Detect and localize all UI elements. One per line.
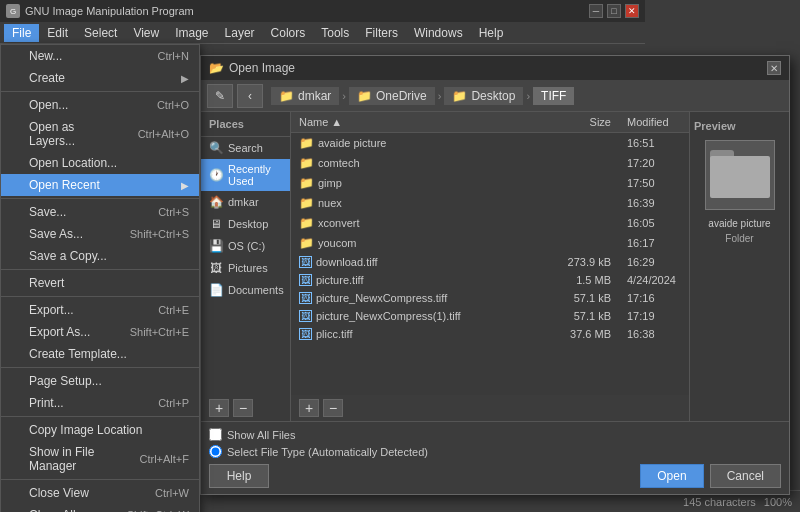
dropdown-item-open[interactable]: Open...Ctrl+O (1, 94, 199, 116)
places-header: Places (201, 112, 290, 137)
status-chars: 145 characters (683, 496, 756, 508)
file-modified-cell-comtech: 17:20 (619, 157, 689, 169)
menu-item-colors[interactable]: Colors (263, 24, 314, 42)
file-item-picture-newx1[interactable]: 🖼picture_NewxCompress(1).tiff57.1 kB17:1… (291, 307, 689, 325)
place-item-documents[interactable]: 📄Documents (201, 279, 290, 301)
select-file-type-row: Select File Type (Automatically Detected… (209, 445, 781, 458)
file-item-gimp[interactable]: 📁gimp17:50 (291, 173, 689, 193)
place-item-desktop[interactable]: 🖥Desktop (201, 213, 290, 235)
dropdown-item-save[interactable]: Save...Ctrl+S (1, 201, 199, 223)
separator-after-save-copy (1, 269, 199, 270)
dropdown-item-save-copy[interactable]: Save a Copy... (1, 245, 199, 267)
menu-item-image[interactable]: Image (167, 24, 216, 42)
open-button[interactable]: Open (640, 464, 703, 488)
menu-item-select[interactable]: Select (76, 24, 125, 42)
menu-item-tools[interactable]: Tools (313, 24, 357, 42)
file-modified-cell-youcom: 16:17 (619, 237, 689, 249)
breadcrumb-text-3: TIFF (541, 89, 566, 103)
title-bar-left: G GNU Image Manipulation Program (6, 4, 194, 18)
remove-place-button[interactable]: − (323, 399, 343, 417)
maximize-button[interactable]: □ (607, 4, 621, 18)
place-item-pictures[interactable]: 🖼Pictures (201, 257, 290, 279)
file-name-text-plicc-tiff: plicc.tiff (316, 328, 352, 340)
breadcrumb-item-onedrive[interactable]: 📁OneDrive (349, 87, 435, 105)
breadcrumb: 📁dmkar›📁OneDrive›📁Desktop›TIFF (271, 87, 574, 105)
dropdown-item-open-recent[interactable]: Open Recent▶ (1, 174, 199, 196)
menu-item-filters[interactable]: Filters (357, 24, 406, 42)
menu-item-help[interactable]: Help (471, 24, 512, 42)
file-name-text-picture-newx: picture_NewxCompress.tiff (316, 292, 447, 304)
dropdown-item-open-as-layers[interactable]: Open as Layers...Ctrl+Alt+O (1, 116, 199, 152)
dropdown-item-page-setup[interactable]: Page Setup... (1, 370, 199, 392)
minimize-button[interactable]: ─ (589, 4, 603, 18)
new-shortcut: Ctrl+N (158, 50, 189, 62)
file-item-avaide-picture[interactable]: 📁avaide picture16:51 (291, 133, 689, 153)
file-name-text-download-tiff: download.tiff (316, 256, 378, 268)
separator-after-revert (1, 296, 199, 297)
open-image-dialog: 📂 Open Image ✕ ✎ ‹ 📁dmkar›📁OneDrive›📁Des… (200, 55, 790, 495)
file-type-radio[interactable] (209, 445, 222, 458)
place-item-dmkar[interactable]: 🏠dmkar (201, 191, 290, 213)
file-item-comtech[interactable]: 📁comtech17:20 (291, 153, 689, 173)
page-setup-label: Page Setup... (29, 374, 102, 388)
places-add-button[interactable]: + (209, 399, 229, 417)
file-item-download-tiff[interactable]: 🖼download.tiff273.9 kB16:29 (291, 253, 689, 271)
place-label-documents: Documents (228, 284, 284, 296)
menu-item-edit[interactable]: Edit (39, 24, 76, 42)
place-item-recently-used[interactable]: 🕐Recently Used (201, 159, 290, 191)
file-item-nuex[interactable]: 📁nuex16:39 (291, 193, 689, 213)
save-as-label: Save As... (29, 227, 83, 241)
dropdown-item-close-all[interactable]: Close AllShift+Ctrl+W (1, 504, 199, 512)
dropdown-item-export-as[interactable]: Export As...Shift+Ctrl+E (1, 321, 199, 343)
dropdown-item-new[interactable]: New...Ctrl+N (1, 45, 199, 67)
file-item-xconvert[interactable]: 📁xconvert16:05 (291, 213, 689, 233)
dropdown-item-copy-image-location[interactable]: Copy Image Location (1, 419, 199, 441)
title-bar-controls: ─ □ ✕ (589, 4, 639, 18)
show-all-files-checkbox[interactable] (209, 428, 222, 441)
help-button[interactable]: Help (209, 464, 269, 488)
dropdown-item-save-as[interactable]: Save As...Shift+Ctrl+S (1, 223, 199, 245)
dropdown-item-print[interactable]: Print...Ctrl+P (1, 392, 199, 414)
save-as-shortcut: Shift+Ctrl+S (130, 228, 189, 240)
column-header-size[interactable]: Size (544, 116, 619, 128)
footer-right-buttons: Open Cancel (640, 464, 781, 488)
file-item-picture-newx[interactable]: 🖼picture_NewxCompress.tiff57.1 kB17:16 (291, 289, 689, 307)
dialog-close-button[interactable]: ✕ (767, 61, 781, 75)
nav-left-button[interactable]: ‹ (237, 84, 263, 108)
place-item-os-c[interactable]: 💾OS (C:) (201, 235, 290, 257)
folder-icon-comtech: 📁 (299, 156, 314, 170)
dropdown-item-open-location[interactable]: Open Location... (1, 152, 199, 174)
back-button[interactable]: ✎ (207, 84, 233, 108)
file-item-plicc-tiff[interactable]: 🖼plicc.tiff37.6 MB16:38 (291, 325, 689, 343)
places-bottom-btns: +− (201, 395, 290, 421)
menu-item-windows[interactable]: Windows (406, 24, 471, 42)
place-icon-pictures: 🖼 (209, 261, 223, 275)
column-header-name[interactable]: Name ▲ (291, 116, 544, 128)
dropdown-item-create-template[interactable]: Create Template... (1, 343, 199, 365)
file-name-cell-youcom: 📁youcom (291, 236, 544, 250)
dropdown-item-close-view[interactable]: Close ViewCtrl+W (1, 482, 199, 504)
file-item-youcom[interactable]: 📁youcom16:17 (291, 233, 689, 253)
places-remove-button[interactable]: − (233, 399, 253, 417)
folder-icon-gimp: 📁 (299, 176, 314, 190)
menu-item-file[interactable]: File (4, 24, 39, 42)
add-place-button[interactable]: + (299, 399, 319, 417)
column-header-modified[interactable]: Modified (619, 116, 689, 128)
file-modified-cell-avaide-picture: 16:51 (619, 137, 689, 149)
place-item-search[interactable]: 🔍Search (201, 137, 290, 159)
dropdown-item-revert[interactable]: Revert (1, 272, 199, 294)
preview-panel: Preview avaide picture Folder (689, 112, 789, 421)
breadcrumb-item-desktop[interactable]: 📁Desktop (444, 87, 523, 105)
breadcrumb-item-tiff[interactable]: TIFF (533, 87, 574, 105)
dropdown-item-show-in-file-manager[interactable]: Show in File ManagerCtrl+Alt+F (1, 441, 199, 477)
menu-item-view[interactable]: View (125, 24, 167, 42)
menu-item-layer[interactable]: Layer (217, 24, 263, 42)
close-button[interactable]: ✕ (625, 4, 639, 18)
open-recent-arrow: ▶ (181, 180, 189, 191)
cancel-button[interactable]: Cancel (710, 464, 781, 488)
breadcrumb-item-dmkar[interactable]: 📁dmkar (271, 87, 339, 105)
file-item-picture-tiff[interactable]: 🖼picture.tiff1.5 MB4/24/2024 (291, 271, 689, 289)
folder-icon-1: 📁 (357, 89, 372, 103)
dropdown-item-create[interactable]: Create▶ (1, 67, 199, 89)
dropdown-item-export[interactable]: Export...Ctrl+E (1, 299, 199, 321)
